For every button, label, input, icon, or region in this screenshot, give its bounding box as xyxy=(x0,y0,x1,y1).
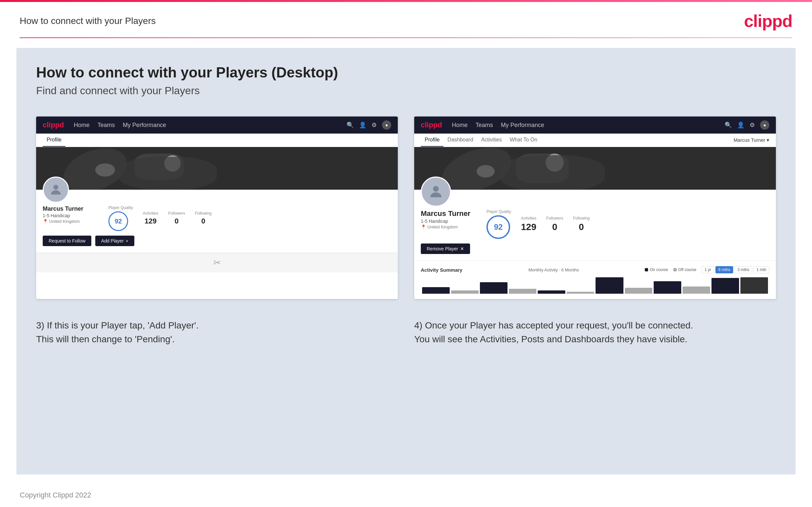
right-stat-activities: Activities 129 xyxy=(521,216,537,232)
left-location-icon: 📍 xyxy=(43,219,48,224)
right-settings-icon[interactable]: ⚙ xyxy=(750,121,755,129)
right-player-stats: Player Quality 92 Activities 129 Followe… xyxy=(487,209,590,239)
left-user-icon[interactable]: 👤 xyxy=(359,121,366,129)
right-activity-title: Activity Summary xyxy=(421,267,462,273)
right-player-location: 📍 United Kingdom xyxy=(421,224,473,229)
time-1yr-button[interactable]: 1 yr xyxy=(702,266,714,273)
left-player-info-row: Marcus Turner 1-5 Handicap 📍 United King… xyxy=(43,206,391,231)
left-nav-icons: 🔍 👤 ⚙ ● xyxy=(347,120,391,130)
right-activity-summary: Activity Summary Monthly Activity · 6 Mo… xyxy=(414,261,776,299)
left-stat-following: Following 0 xyxy=(195,211,211,225)
right-nav-icons: 🔍 👤 ⚙ ● xyxy=(725,120,769,130)
right-tab-dashboard[interactable]: Dashboard xyxy=(444,133,477,147)
header-divider xyxy=(20,38,792,38)
left-player-name: Marcus Turner xyxy=(43,206,95,212)
left-stat-quality: Player Quality 92 xyxy=(108,206,133,231)
left-stat-activities: Activities 129 xyxy=(143,211,158,225)
left-tab-profile[interactable]: Profile xyxy=(43,133,65,147)
chart-bar-4 xyxy=(509,289,537,294)
add-player-label: Add Player xyxy=(101,238,123,243)
right-stat-quality: Player Quality 92 xyxy=(487,209,511,239)
chart-bar-7 xyxy=(596,277,623,294)
right-player-info-row: Marcus Turner 1-5 Handicap 📍 United King… xyxy=(421,209,769,239)
right-player-profile: Marcus Turner 1-5 Handicap 📍 United King… xyxy=(414,190,776,261)
left-screenshot-bottom: ✂ xyxy=(36,253,398,272)
left-stat-followers: Followers 0 xyxy=(168,211,185,225)
clippd-logo: clippd xyxy=(744,11,792,31)
chart-bar-1 xyxy=(422,287,450,294)
right-following-value: 0 xyxy=(573,222,590,232)
right-player-handicap: 1-5 Handicap xyxy=(421,219,473,224)
chart-bar-8 xyxy=(625,288,652,294)
left-nav-links: Home Teams My Performance xyxy=(74,122,347,129)
svg-point-0 xyxy=(54,185,58,190)
main-content: How to connect with your Players (Deskto… xyxy=(16,48,796,474)
left-search-icon[interactable]: 🔍 xyxy=(347,121,354,129)
right-player-name: Marcus Turner xyxy=(421,209,473,218)
remove-player-button[interactable]: Remove Player ✕ xyxy=(421,243,470,254)
chart-bar-3 xyxy=(480,282,507,294)
right-search-icon[interactable]: 🔍 xyxy=(725,121,732,129)
left-settings-icon[interactable]: ⚙ xyxy=(371,121,377,129)
request-follow-button[interactable]: Request to Follow xyxy=(43,236,91,246)
right-activities-value: 129 xyxy=(521,222,537,232)
right-legend-oncourse-dot xyxy=(645,268,648,271)
right-tab-whattoon[interactable]: What To On xyxy=(506,133,541,147)
footer-text: Copyright Clippd 2022 xyxy=(20,491,91,499)
svg-point-1 xyxy=(433,186,439,192)
left-following-label: Following xyxy=(195,211,211,216)
right-location-text: United Kingdom xyxy=(427,224,458,229)
main-subheading: Find and connect with your Players xyxy=(36,84,776,97)
left-quality-circle: 92 xyxy=(108,211,128,231)
page-header: How to connect with your Players clippd xyxy=(0,2,812,38)
description-right-text: 4) Once your Player has accepted your re… xyxy=(414,320,693,344)
right-activity-period: Monthly Activity · 6 Months xyxy=(528,268,579,272)
right-stat-followers: Followers 0 xyxy=(546,216,563,232)
left-activities-value: 129 xyxy=(143,217,158,225)
description-left: 3) If this is your Player tap, 'Add Play… xyxy=(36,319,398,346)
description-right: 4) Once your Player has accepted your re… xyxy=(414,319,776,346)
remove-player-label: Remove Player xyxy=(427,246,458,251)
chart-bar-2 xyxy=(451,290,478,294)
right-subnav-user: Marcus Turner ▾ xyxy=(733,137,769,143)
left-activities-label: Activities xyxy=(143,211,158,216)
right-nav-links: Home Teams My Performance xyxy=(452,122,725,129)
right-nav-home[interactable]: Home xyxy=(452,122,468,129)
left-player-profile: Marcus Turner 1-5 Handicap 📍 United King… xyxy=(36,190,398,253)
chart-bar-12 xyxy=(741,277,768,294)
right-nav-performance[interactable]: My Performance xyxy=(501,122,544,129)
left-nav-teams[interactable]: Teams xyxy=(98,122,115,129)
left-location-text: United Kingdom xyxy=(49,219,80,224)
right-chart-area xyxy=(421,277,769,294)
left-nav-performance[interactable]: My Performance xyxy=(123,122,166,129)
left-avatar[interactable]: ● xyxy=(382,120,391,130)
left-subnav: Profile xyxy=(36,133,398,147)
right-action-buttons: Remove Player ✕ xyxy=(421,243,769,254)
right-following-label: Following xyxy=(573,216,590,221)
right-nav-teams[interactable]: Teams xyxy=(476,122,493,129)
chart-bar-11 xyxy=(711,278,739,294)
right-navbar: clippd Home Teams My Performance 🔍 👤 ⚙ ● xyxy=(414,116,776,133)
left-nav-home[interactable]: Home xyxy=(74,122,90,129)
add-player-button[interactable]: Add Player + xyxy=(95,236,134,246)
time-3mths-button[interactable]: 3 mths xyxy=(734,266,752,273)
time-1mth-button[interactable]: 1 mth xyxy=(754,266,769,273)
right-app-logo: clippd xyxy=(421,121,442,129)
right-activities-label: Activities xyxy=(521,216,537,221)
right-avatar[interactable]: ● xyxy=(760,120,769,130)
right-player-details: Marcus Turner 1-5 Handicap 📍 United King… xyxy=(421,209,473,229)
left-quality-label: Player Quality xyxy=(108,206,133,210)
screenshot-right: clippd Home Teams My Performance 🔍 👤 ⚙ ●… xyxy=(414,116,776,299)
right-activity-header: Activity Summary Monthly Activity · 6 Mo… xyxy=(421,266,769,273)
screenshot-left: clippd Home Teams My Performance 🔍 👤 ⚙ ●… xyxy=(36,116,398,299)
right-legend-oncourse-label: On course xyxy=(650,268,668,272)
right-quality-circle: 92 xyxy=(487,215,510,239)
page-footer: Copyright Clippd 2022 xyxy=(0,484,812,506)
right-tab-activities[interactable]: Activities xyxy=(477,133,506,147)
right-player-avatar xyxy=(421,177,451,207)
time-6mths-button[interactable]: 6 mths xyxy=(715,266,733,273)
left-navbar: clippd Home Teams My Performance 🔍 👤 ⚙ ● xyxy=(36,116,398,133)
left-followers-value: 0 xyxy=(168,217,185,225)
right-tab-profile[interactable]: Profile xyxy=(421,133,444,147)
right-user-icon[interactable]: 👤 xyxy=(737,121,744,129)
